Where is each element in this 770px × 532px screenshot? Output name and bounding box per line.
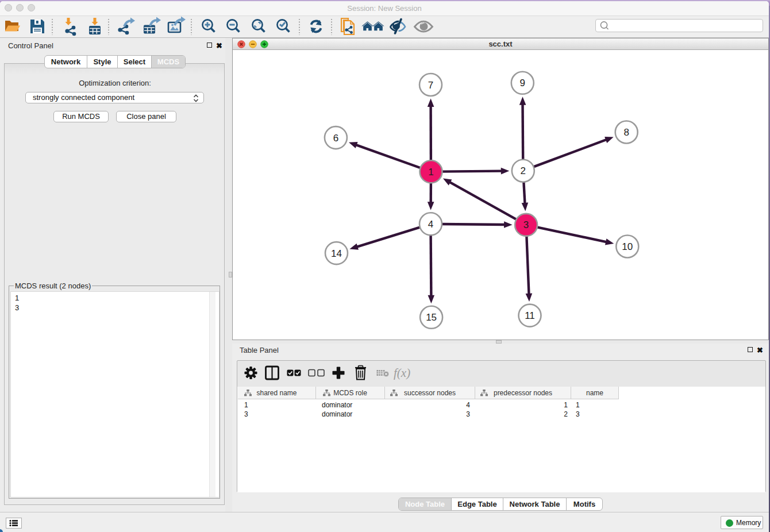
svg-text:7: 7	[428, 80, 433, 91]
svg-text:14: 14	[331, 248, 342, 259]
svg-text:11: 11	[525, 310, 535, 321]
svg-text:4: 4	[428, 219, 433, 230]
svg-text:1: 1	[428, 167, 433, 178]
svg-text:10: 10	[622, 241, 633, 252]
svg-text:2: 2	[521, 165, 526, 176]
svg-text:6: 6	[333, 133, 338, 144]
svg-text:3: 3	[523, 219, 529, 230]
svg-text:f(x): f(x)	[394, 366, 410, 380]
svg-text:8: 8	[623, 127, 629, 138]
svg-text:9: 9	[520, 78, 525, 88]
svg-text:15: 15	[426, 312, 437, 323]
